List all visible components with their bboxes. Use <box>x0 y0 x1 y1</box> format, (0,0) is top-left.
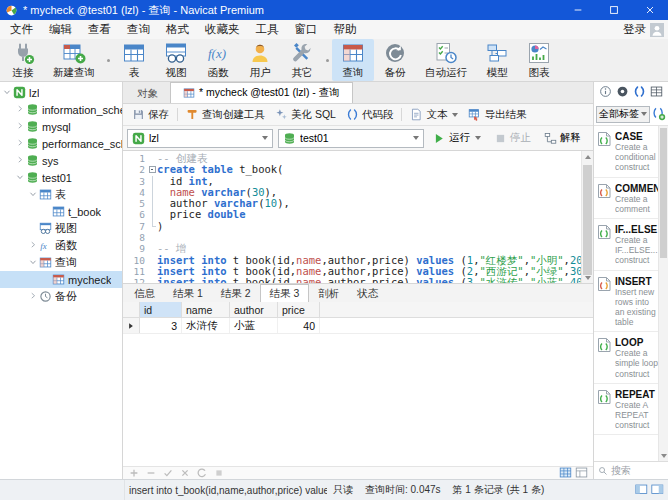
chev-closed-icon[interactable] <box>28 240 38 250</box>
tree-item-test01[interactable]: test01 <box>0 169 122 186</box>
editor-scrollbar[interactable] <box>581 151 593 283</box>
maximize-button[interactable] <box>596 0 632 20</box>
cell-price[interactable]: 40 <box>278 318 320 333</box>
grid-column-name[interactable]: name <box>182 302 230 317</box>
tree-expander[interactable] <box>28 291 39 302</box>
tree-expander[interactable] <box>28 257 39 268</box>
qbar-button-export[interactable]: 导出结果 <box>463 108 531 122</box>
login-button[interactable]: 登录 <box>623 22 646 37</box>
tree-expander[interactable] <box>15 138 26 149</box>
result-tab-结果 3[interactable]: 结果 3 <box>260 284 310 302</box>
minimize-button[interactable] <box>560 0 596 20</box>
snippet-scroll-down-icon[interactable] <box>661 454 667 458</box>
tree-item-视图[interactable]: 视图 <box>0 220 122 237</box>
scrollbar-thumb[interactable] <box>583 165 592 275</box>
tree-item-mycheck[interactable]: mycheck <box>0 271 122 288</box>
snippet-item-COMMENT[interactable]: COMMENTCreate a comment <box>594 178 659 219</box>
menu-item-窗口[interactable]: 窗口 <box>287 21 326 38</box>
menu-item-文件[interactable]: 文件 <box>2 21 41 38</box>
chev-open-icon[interactable] <box>28 189 38 199</box>
toolbar-button-connect[interactable]: 连接 <box>2 39 44 81</box>
pane-right-toggle[interactable] <box>651 483 664 498</box>
snippet-scrollbar[interactable] <box>658 126 668 461</box>
run-button[interactable]: 运行 <box>429 131 485 145</box>
toolbar-button-backup-big[interactable]: 备份 <box>374 39 416 81</box>
qbar-button-parens[interactable]: 代码段 <box>341 108 399 122</box>
fold-marker[interactable] <box>148 176 157 187</box>
result-tab-结果 2[interactable]: 结果 2 <box>212 286 260 302</box>
toolbar-button-newquery[interactable]: 新建查询 <box>44 39 104 81</box>
fold-marker[interactable] <box>148 187 157 198</box>
tree-expander[interactable] <box>15 121 26 132</box>
snippet-item-INSERT[interactable]: INSERTInsert new rows into an existing t… <box>594 271 659 333</box>
qbar-button-textfile[interactable]: 文本 <box>405 108 463 122</box>
tree-expander[interactable] <box>15 104 26 115</box>
qbar-button-save[interactable]: 保存 <box>127 108 174 122</box>
tree-item-performance_schema[interactable]: performance_schema <box>0 135 122 152</box>
snippet-scrollbar-thumb[interactable] <box>660 128 667 258</box>
grid-column-price[interactable]: price <box>278 302 320 317</box>
menu-item-查看[interactable]: 查看 <box>80 21 119 38</box>
snippet-item-CASE[interactable]: CASECreate a conditional construct <box>594 126 659 178</box>
scroll-up-icon[interactable] <box>585 155 591 159</box>
result-tab-结果 1[interactable]: 结果 1 <box>164 286 212 302</box>
toolbar-button-chart[interactable]: 图表 <box>518 39 560 81</box>
chev-closed-icon[interactable] <box>15 138 25 148</box>
tree-item-函数[interactable]: fx函数 <box>0 237 122 254</box>
menu-item-查询[interactable]: 查询 <box>119 21 158 38</box>
tree-expander[interactable] <box>2 87 13 98</box>
qbar-button-builder[interactable]: 查询创建工具 <box>181 108 270 122</box>
snippet-search-box[interactable]: 搜索 <box>594 461 668 480</box>
menu-item-编辑[interactable]: 编辑 <box>41 21 80 38</box>
new-snippet-icon[interactable] <box>652 107 666 121</box>
panel-tab-info[interactable] <box>599 84 612 102</box>
pane-left-toggle[interactable] <box>635 483 648 498</box>
tab-objects[interactable]: 对象 <box>125 84 170 103</box>
snippet-item-LOOP[interactable]: LOOPCreate a simple loop construct <box>594 332 659 384</box>
scroll-down-icon[interactable] <box>585 276 591 280</box>
panel-tab-details[interactable] <box>650 84 663 102</box>
menu-item-工具[interactable]: 工具 <box>248 21 287 38</box>
toolbar-button-autorun[interactable]: 自动运行 <box>416 39 476 81</box>
avatar-icon[interactable] <box>650 23 664 37</box>
tree-item-sys[interactable]: sys <box>0 152 122 169</box>
chev-closed-icon[interactable] <box>15 121 25 131</box>
result-tab-剖析[interactable]: 剖析 <box>309 286 348 302</box>
close-button[interactable] <box>632 0 668 20</box>
menu-item-帮助[interactable]: 帮助 <box>326 21 365 38</box>
toolbar-button-user[interactable]: 用户 <box>239 39 281 81</box>
tree-item-表[interactable]: 表 <box>0 186 122 203</box>
toolbar-button-query[interactable]: 查询 <box>332 39 374 81</box>
tree-item-mysql[interactable]: mysql <box>0 118 122 135</box>
grid-column-author[interactable]: author <box>230 302 278 317</box>
tree-item-information_schema[interactable]: information_schema <box>0 101 122 118</box>
tree-item-查询[interactable]: 查询 <box>0 254 122 271</box>
chev-closed-icon[interactable] <box>15 104 25 114</box>
explain-button[interactable]: 解释 <box>540 131 585 145</box>
grid-column-id[interactable]: id <box>140 302 182 317</box>
chev-open-icon[interactable] <box>15 172 25 182</box>
tree-expander[interactable] <box>28 240 39 251</box>
toolbar-button-function-big[interactable]: f(x)函数 <box>197 39 239 81</box>
chev-closed-icon[interactable] <box>28 291 38 301</box>
result-tab-信息[interactable]: 信息 <box>125 286 164 302</box>
database-dropdown[interactable]: test01 <box>278 129 424 148</box>
menu-item-格式[interactable]: 格式 <box>158 21 197 38</box>
qbar-button-beautify[interactable]: 美化 SQL <box>270 108 341 122</box>
tree-item-lzl[interactable]: lzl <box>0 84 122 101</box>
snippet-item-REPEAT[interactable]: REPEATCreate A REPEAT construct <box>594 384 659 436</box>
panel-tab-eye[interactable] <box>616 84 629 102</box>
snippet-filter-dropdown[interactable]: 全部标签 <box>596 106 650 123</box>
connection-dropdown[interactable]: lzl <box>127 129 273 148</box>
toolbar-button-table[interactable]: 表 <box>113 39 155 81</box>
fold-marker[interactable] <box>148 209 157 220</box>
tree-expander[interactable] <box>15 172 26 183</box>
tree-expander[interactable] <box>15 155 26 166</box>
cell-author[interactable]: 小蓝 <box>230 318 278 333</box>
cell-id[interactable]: 3 <box>140 318 182 333</box>
sql-editor[interactable]: 1-- 创建表2create table t_book(3 id int,4 n… <box>123 151 593 283</box>
toolbar-button-model[interactable]: 模型 <box>476 39 518 81</box>
fold-marker[interactable] <box>148 221 157 232</box>
table-row[interactable]: 3水浒传小蓝40 <box>123 318 593 334</box>
menu-item-收藏夹[interactable]: 收藏夹 <box>197 21 248 38</box>
